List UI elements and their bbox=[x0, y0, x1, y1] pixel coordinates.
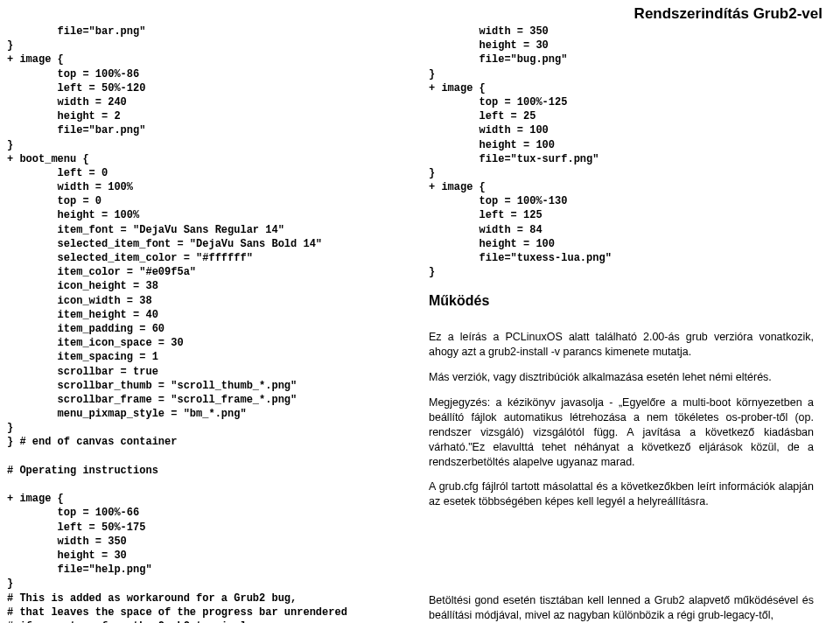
section-heading: Működés bbox=[429, 293, 831, 309]
right-code-block: width = 350 height = 30 file="bug.png" }… bbox=[429, 24, 831, 279]
paragraph-bottom: Betöltési gond esetén tisztában kell len… bbox=[429, 593, 831, 623]
paragraph-1: Ez a leírás a PCLinuxOS alatt található … bbox=[429, 330, 831, 360]
left-code-block: file="bar.png" } + image { top = 100%-86… bbox=[7, 24, 410, 623]
paragraph-2: Más verziók, vagy disztribúciók alkalmaz… bbox=[429, 370, 831, 385]
paragraph-3: Megjegyzés: a kézikönyv javasolja - „Egy… bbox=[429, 396, 831, 469]
right-column: width = 350 height = 30 file="bug.png" }… bbox=[429, 24, 831, 520]
page-header-title: Rendszerindítás Grub2-vel bbox=[634, 5, 822, 23]
paragraph-4: A grub.cfg fájlról tartott másolattal és… bbox=[429, 480, 831, 509]
